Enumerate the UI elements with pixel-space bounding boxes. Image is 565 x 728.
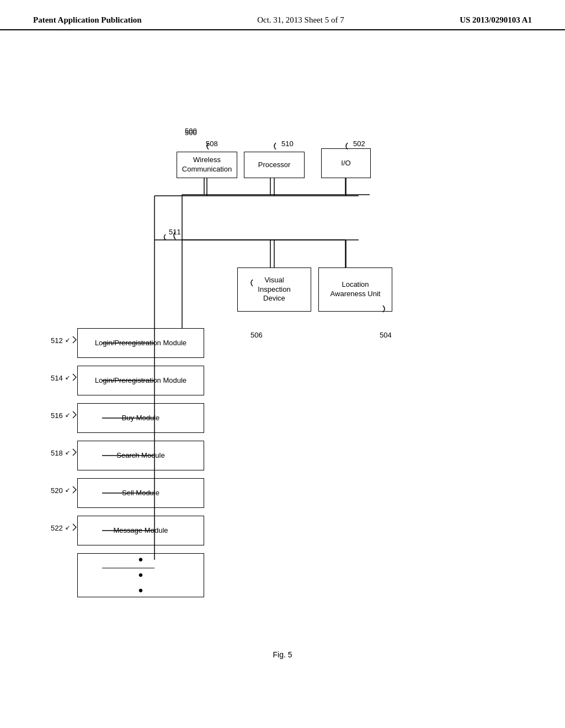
label-508: 508 xyxy=(206,140,218,148)
header-left: Patent Application Publication xyxy=(33,15,142,25)
bracket-520: ↙ xyxy=(65,486,70,494)
box-sell: Sell Module xyxy=(77,478,204,508)
box-visual: VisualInspectionDevice xyxy=(237,267,311,312)
label-500-main: 500 xyxy=(185,129,197,137)
figure-label: Fig. 5 xyxy=(273,650,292,659)
bracket-516: ↙ xyxy=(65,411,70,419)
label-510: 510 xyxy=(281,140,294,148)
label-518: 518 xyxy=(51,449,63,457)
label-514: 514 xyxy=(51,374,63,382)
box-wireless: WirelessCommunication xyxy=(177,152,237,178)
box-buy: Buy Module xyxy=(77,403,204,433)
box-search: Search Module xyxy=(77,441,204,470)
header-right: US 2013/0290103 A1 xyxy=(460,15,532,25)
label-504: 504 xyxy=(380,331,392,339)
bracket-514: ↙ xyxy=(65,374,70,381)
box-dots: • • • xyxy=(77,553,204,597)
bracket-512: ↙ xyxy=(65,336,70,344)
header-center: Oct. 31, 2013 Sheet 5 of 7 xyxy=(257,15,344,25)
box-processor: Processor xyxy=(244,152,305,178)
box-login2: Login/Preregistration Module xyxy=(77,366,204,395)
page-header: Patent Application Publication Oct. 31, … xyxy=(0,0,565,30)
box-message: Message Module xyxy=(77,516,204,545)
label-502: 502 xyxy=(353,140,365,148)
box-io: I/O xyxy=(321,148,371,178)
bracket-518: ↙ xyxy=(65,449,70,456)
label-512: 512 xyxy=(51,336,63,345)
label-511: 511 xyxy=(169,228,181,236)
box-login1: Login/Preregistration Module xyxy=(77,328,204,358)
label-520: 520 xyxy=(51,486,63,495)
label-516: 516 xyxy=(51,411,63,420)
bracket-522: ↙ xyxy=(65,524,70,531)
diagram: 500 508 510 502 511 506 504 512 514 516 … xyxy=(0,30,565,692)
label-522: 522 xyxy=(51,524,63,532)
label-506: 506 xyxy=(250,331,263,339)
box-location: LocationAwareness Unit xyxy=(318,267,392,312)
